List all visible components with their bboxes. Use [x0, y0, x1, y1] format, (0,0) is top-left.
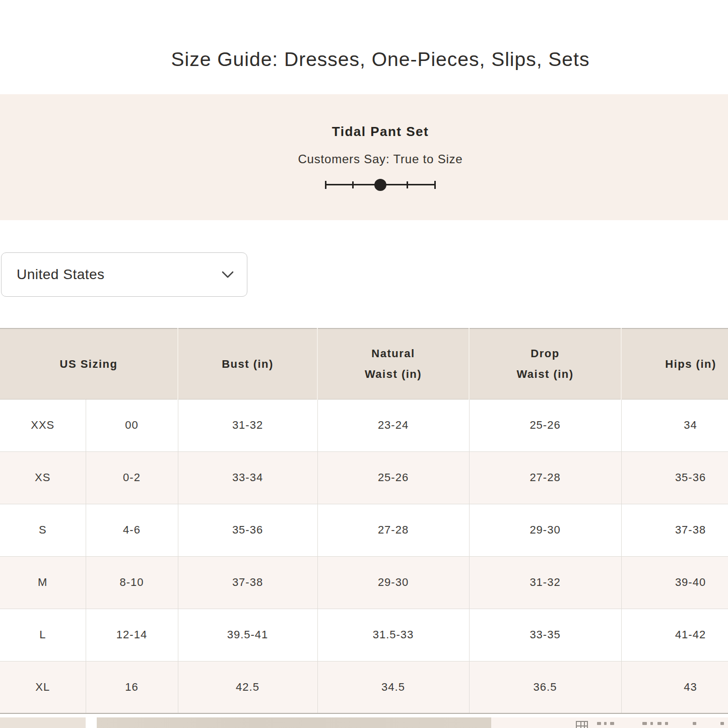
drop-waist-cell: 25-26	[469, 399, 621, 451]
natural-waist-cell: 31.5-33	[317, 609, 469, 661]
scale-tick	[434, 181, 436, 189]
hips-cell: 34	[621, 399, 728, 451]
bust-cell: 39.5-41	[178, 609, 317, 661]
hips-cell: 37-38	[621, 504, 728, 556]
size-label-cell: XL	[0, 661, 86, 713]
page-title: Size Guide: Dresses, One-Pieces, Slips, …	[0, 0, 728, 71]
us-size-cell: 00	[86, 399, 178, 451]
scale-tick	[352, 181, 354, 188]
bust-cell: 31-32	[178, 399, 317, 451]
us-size-cell: 8-10	[86, 556, 178, 609]
country-select[interactable]: United States	[1, 252, 247, 297]
natural-waist-cell: 29-30	[317, 556, 469, 609]
hips-cell: 41-42	[621, 609, 728, 661]
size-table: US Sizing Bust (in) NaturalWaist (in) Dr…	[0, 328, 728, 714]
table-row-s: S 4-6 35-36 27-28 29-30 37-38	[0, 504, 728, 556]
hips-cell: 35-36	[621, 451, 728, 504]
size-guide-page: Size Guide: Dresses, One-Pieces, Slips, …	[0, 0, 728, 728]
size-label-cell: S	[0, 504, 86, 556]
table-row-l: L 12-14 39.5-41 31.5-33 33-35 41-42	[0, 609, 728, 661]
clipped-text-fragment	[604, 722, 607, 725]
scale-tick	[407, 181, 408, 188]
drop-waist-cell: 27-28	[469, 451, 621, 504]
hips-cell: 43	[621, 661, 728, 713]
col-header-hips: Hips (in)	[621, 328, 728, 399]
hips-cell: 39-40	[621, 556, 728, 609]
us-size-cell: 0-2	[86, 451, 178, 504]
drop-waist-cell: 31-32	[469, 556, 621, 609]
drop-waist-cell: 33-35	[469, 609, 621, 661]
natural-waist-cell: 27-28	[317, 504, 469, 556]
bust-cell: 33-34	[178, 451, 317, 504]
scale-dot-true-to-size	[374, 179, 386, 191]
product-name: Tidal Pant Set	[0, 94, 728, 140]
col-header-bust: Bust (in)	[178, 328, 317, 399]
col-header-drop-waist: DropWaist (in)	[469, 328, 621, 399]
grid-icon	[576, 721, 588, 728]
chevron-down-icon	[222, 271, 234, 279]
table-row-xxs: XXS 00 31-32 23-24 25-26 34	[0, 399, 728, 451]
table-header-row: US Sizing Bust (in) NaturalWaist (in) Dr…	[0, 328, 728, 399]
fit-banner: Tidal Pant Set Customers Say: True to Si…	[0, 94, 728, 220]
size-label-cell: M	[0, 556, 86, 609]
clipped-text-fragment	[650, 722, 653, 725]
col-header-natural-waist: NaturalWaist (in)	[317, 328, 469, 399]
country-select-value: United States	[17, 267, 105, 283]
clipped-text-fragment	[665, 722, 668, 725]
us-size-cell: 4-6	[86, 504, 178, 556]
size-label-cell: XS	[0, 451, 86, 504]
clipped-text-fragment	[642, 722, 647, 725]
clipped-text-fragment	[610, 722, 614, 725]
clipped-text-fragment	[657, 722, 661, 725]
bust-cell: 37-38	[178, 556, 317, 609]
col-header-us-sizing: US Sizing	[0, 328, 178, 399]
clipped-text-fragment	[720, 722, 724, 725]
footer-note-partial	[491, 717, 728, 728]
natural-waist-cell: 23-24	[317, 399, 469, 451]
clipped-text-fragment	[693, 722, 696, 725]
bust-cell: 35-36	[178, 504, 317, 556]
table-row-xs: XS 0-2 33-34 25-26 27-28 35-36	[0, 451, 728, 504]
fit-scale	[325, 178, 436, 191]
product-thumbnail-partial	[0, 717, 86, 728]
us-size-cell: 12-14	[86, 609, 178, 661]
drop-waist-cell: 36.5	[469, 661, 621, 713]
clipped-text-fragment	[597, 722, 601, 725]
product-image-partial	[97, 717, 491, 728]
size-label-cell: L	[0, 609, 86, 661]
fit-summary-label: Customers Say: True to Size	[0, 152, 728, 166]
table-row-xl: XL 16 42.5 34.5 36.5 43	[0, 661, 728, 713]
bust-cell: 42.5	[178, 661, 317, 713]
scale-tick	[325, 181, 326, 189]
size-label-cell: XXS	[0, 399, 86, 451]
natural-waist-cell: 34.5	[317, 661, 469, 713]
natural-waist-cell: 25-26	[317, 451, 469, 504]
table-row-m: M 8-10 37-38 29-30 31-32 39-40	[0, 556, 728, 609]
size-table-wrap: US Sizing Bust (in) NaturalWaist (in) Dr…	[0, 328, 728, 714]
us-size-cell: 16	[86, 661, 178, 713]
drop-waist-cell: 29-30	[469, 504, 621, 556]
clipped-footer-strip	[0, 717, 728, 728]
